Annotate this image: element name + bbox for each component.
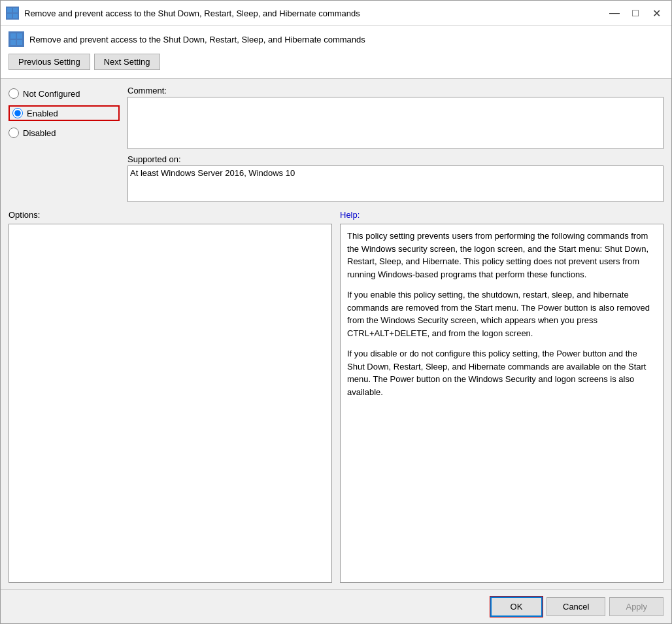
comment-label: Comment: (127, 86, 664, 95)
svg-rect-4 (10, 33, 16, 39)
not-configured-label: Not Configured (23, 89, 80, 99)
supported-label: Supported on: (127, 154, 664, 164)
apply-button[interactable]: Apply (609, 597, 664, 616)
maximize-button[interactable]: □ (626, 5, 645, 22)
policy-header-title: Remove and prevent access to the Shut Do… (29, 35, 365, 44)
not-configured-radio[interactable] (8, 88, 19, 99)
disabled-option[interactable]: Disabled (8, 128, 120, 138)
supported-field-row: Supported on: At least Windows Server 20… (127, 154, 664, 202)
enabled-option[interactable]: Enabled (8, 105, 120, 121)
main-window: Remove and prevent access to the Shut Do… (0, 0, 672, 624)
comment-field-row: Comment: (127, 86, 664, 149)
next-setting-button[interactable]: Next Setting (94, 54, 160, 70)
disabled-radio[interactable] (8, 128, 19, 138)
svg-rect-7 (17, 40, 22, 45)
enabled-radio[interactable] (12, 108, 23, 118)
comment-textarea[interactable] (127, 97, 664, 149)
disabled-label: Disabled (23, 128, 56, 138)
enabled-label: Enabled (27, 109, 58, 118)
svg-rect-1 (13, 8, 18, 12)
svg-rect-2 (7, 14, 12, 18)
help-box: This policy setting prevents users from … (340, 224, 664, 583)
supported-textarea: At least Windows Server 2016, Windows 10 (127, 165, 664, 202)
title-bar: Remove and prevent access to the Shut Do… (1, 1, 671, 26)
ok-button[interactable]: OK (490, 597, 543, 617)
help-section: Help: This policy setting prevents users… (340, 210, 664, 583)
help-paragraph-1: This policy setting prevents users from … (347, 230, 656, 281)
title-bar-controls: — □ ✕ (605, 5, 666, 22)
options-help-row: Options: Help: This policy setting preve… (8, 210, 664, 583)
options-box (8, 224, 332, 583)
radio-group: Not Configured Enabled Disabled (8, 86, 120, 202)
options-label: Options: (8, 210, 332, 220)
previous-setting-button[interactable]: Previous Setting (8, 54, 90, 70)
svg-rect-3 (13, 14, 18, 18)
options-section: Options: (8, 210, 332, 583)
not-configured-option[interactable]: Not Configured (8, 88, 120, 99)
footer: OK Cancel Apply (1, 589, 671, 623)
header-section: Remove and prevent access to the Shut Do… (1, 26, 671, 79)
window-icon (6, 7, 19, 20)
minimize-button[interactable]: — (605, 5, 624, 22)
window-title: Remove and prevent access to the Shut Do… (24, 9, 605, 18)
content-area: Not Configured Enabled Disabled Comment: (1, 79, 671, 589)
help-paragraph-2: If you enable this policy setting, the s… (347, 288, 656, 339)
comment-supported-section: Comment: Supported on: At least Windows … (127, 86, 664, 202)
svg-rect-5 (17, 33, 22, 39)
radio-comment-row: Not Configured Enabled Disabled Comment: (8, 86, 664, 202)
close-button[interactable]: ✕ (647, 5, 666, 22)
policy-icon (8, 31, 24, 47)
svg-rect-0 (7, 8, 12, 12)
nav-buttons: Previous Setting Next Setting (8, 54, 664, 70)
help-label: Help: (340, 210, 664, 220)
help-paragraph-3: If you disable or do not configure this … (347, 347, 656, 398)
cancel-button[interactable]: Cancel (546, 597, 605, 616)
policy-header-row: Remove and prevent access to the Shut Do… (8, 31, 664, 47)
svg-rect-6 (10, 40, 16, 45)
